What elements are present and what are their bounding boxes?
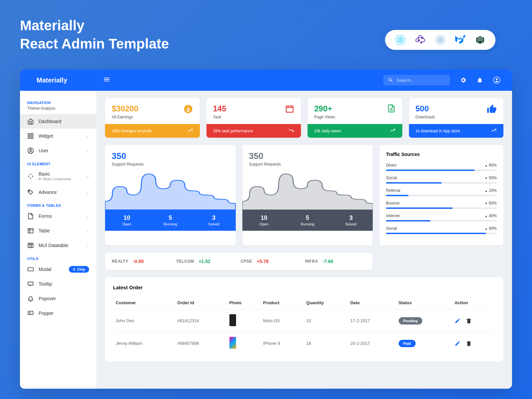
status-badge: Pending [399, 317, 422, 325]
svg-rect-15 [28, 137, 30, 139]
sidebar-item-label: Popover [39, 296, 56, 301]
cell-status: Paid [396, 332, 452, 355]
support-open-label: Open [242, 222, 286, 226]
support-chart [105, 170, 236, 210]
support-running-label: Running [286, 222, 329, 226]
mui-icon [454, 34, 466, 46]
support-running-label: Running [149, 222, 192, 226]
support-value: 350 [249, 151, 366, 161]
react-query-icon [434, 34, 446, 46]
stat-label: Page Views [314, 115, 335, 119]
cell-qty: 10 [304, 310, 347, 332]
svg-point-23 [29, 191, 30, 192]
ticker-name: CPSE [241, 259, 252, 264]
th-product: Product [260, 296, 304, 310]
svg-rect-25 [28, 243, 33, 248]
sidebar-item-dashboard[interactable]: Dashboard [20, 114, 96, 129]
nav-section-header: NAVIGATION [20, 97, 96, 106]
modal-icon [27, 266, 34, 273]
stat-icon [487, 104, 497, 115]
product-photo [229, 314, 236, 326]
traffic-item: Social ▼ 50% [386, 176, 497, 184]
traffic-item: Bounce ▼ 60% [386, 201, 497, 209]
stat-footer-text: 1k download in App store [416, 129, 460, 133]
sidebar-item-user[interactable]: User ⌄ [20, 143, 96, 158]
datatable-icon [27, 242, 34, 249]
edit-icon[interactable] [455, 318, 461, 324]
table-title: Latest Order [113, 285, 495, 290]
tech-badges [385, 30, 495, 50]
sidebar-item-basic[interactable]: Basic8+ Basic Components ⌄ [20, 167, 96, 185]
cell-date: 20-2-2017 [347, 332, 396, 355]
svg-point-4 [418, 40, 420, 41]
settings-icon[interactable] [460, 77, 466, 83]
sidebar-item-table[interactable]: Table ⌄ [20, 223, 96, 238]
svg-rect-14 [31, 134, 33, 136]
svg-point-12 [496, 78, 498, 80]
chip-badge: 4 Chip [69, 266, 89, 273]
ticker-value: +1.52 [199, 259, 210, 264]
trend-icon [288, 127, 294, 134]
file-icon [27, 213, 34, 219]
menu-toggle-button[interactable] [96, 76, 117, 84]
sidebar-item-label: Basic8+ Basic Components [39, 171, 71, 181]
th-order: Order Id [175, 296, 226, 310]
sidebar-item-popper[interactable]: Popper [20, 306, 96, 321]
sidebar-item-label: Forms [39, 213, 52, 219]
svg-rect-13 [28, 134, 30, 136]
delete-icon[interactable] [466, 318, 472, 324]
chevron-down-icon: ⌄ [86, 244, 89, 247]
delete-icon[interactable] [466, 340, 472, 346]
sidebar: NAVIGATION Theme Analysis Dashboard Widg… [20, 91, 96, 389]
stat-icon [183, 104, 193, 115]
sidebar-item-advance[interactable]: Advance ⌄ [20, 185, 96, 200]
brand-name: Materially [20, 76, 96, 84]
support-requests-card: 350 Support Requests 10Open 5Running 3So… [105, 145, 236, 245]
traffic-name: Direct [386, 163, 396, 168]
stat-card: 500 Downloads 1k download in App store [409, 98, 504, 138]
ticker-item: TELCOM +1.52 [176, 259, 237, 264]
svg-point-22 [30, 178, 31, 179]
sidebar-item-popover[interactable]: Popover [20, 291, 96, 306]
support-label: Support Requests [112, 162, 229, 167]
user-avatar-icon[interactable] [493, 76, 500, 84]
th-qty: Quantity [304, 296, 347, 310]
traffic-title: Traffic Sources [386, 152, 497, 157]
search-icon [388, 77, 393, 83]
chevron-down-icon: ⌄ [86, 229, 89, 233]
traffic-name: Social [386, 176, 397, 180]
sidebar-item-tooltip[interactable]: Tooltip [20, 277, 96, 291]
support-running-val: 5 [286, 214, 329, 221]
sidebar-item-mui-datatable[interactable]: MUI Datatable ⌄ [20, 238, 96, 253]
svg-point-19 [30, 174, 31, 175]
svg-point-5 [422, 37, 423, 39]
traffic-item: Referral ▲ 20% [386, 188, 497, 196]
chevron-down-icon: ⌄ [86, 214, 89, 218]
search-input[interactable]: Search... [383, 75, 450, 85]
trend-icon [491, 127, 497, 134]
sidebar-item-widget[interactable]: Widget ⌄ [20, 129, 96, 143]
traffic-item: Social ▲ 90% [386, 226, 497, 234]
nav-section-header: UI ELEMENT [20, 158, 96, 167]
bell-icon[interactable] [476, 77, 483, 83]
traffic-item: Internet ▲ 40% [386, 213, 497, 221]
sidebar-item-forms[interactable]: Forms ⌄ [20, 209, 96, 223]
support-solved-val: 3 [329, 214, 373, 221]
th-customer: Customer [113, 296, 175, 310]
edit-icon[interactable] [455, 340, 461, 346]
ticker-item: CPSE +5.78 [241, 259, 302, 264]
nav-section-header: UTILS [20, 253, 96, 262]
support-solved-label: Solved [192, 222, 236, 226]
stat-footer-text: 28% task performance [213, 129, 253, 133]
svg-point-6 [421, 42, 422, 43]
stat-icon [387, 104, 396, 114]
sidebar-item-label: Widget [39, 133, 53, 139]
ticker-item: REALTY -0.99 [112, 259, 173, 264]
sidebar-item-label: User [39, 148, 49, 153]
traffic-pct: ▼ 50% [485, 176, 497, 180]
svg-rect-26 [28, 268, 34, 271]
sidebar-item-label: Advance [39, 190, 57, 195]
sidebar-item-modal[interactable]: Modal 4 Chip [20, 262, 96, 277]
search-placeholder: Search... [397, 78, 414, 83]
chevron-down-icon: ⌄ [86, 174, 89, 178]
